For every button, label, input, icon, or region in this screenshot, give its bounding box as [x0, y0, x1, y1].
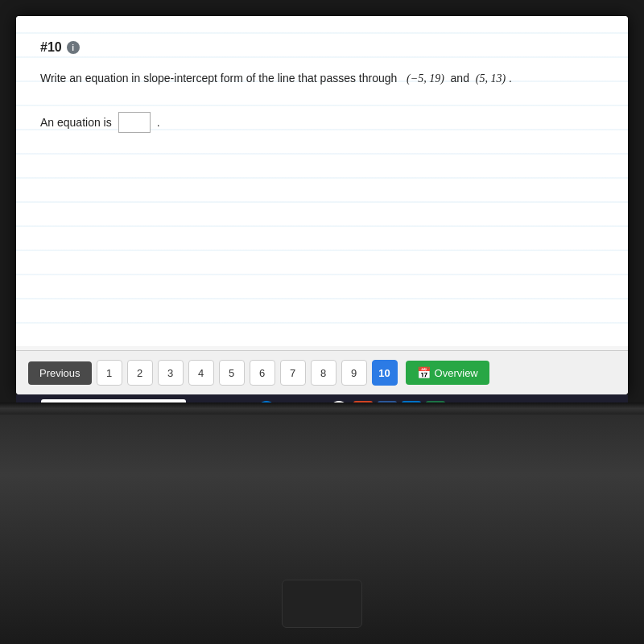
nav-btn-3[interactable]: 3	[158, 360, 184, 386]
calendar-icon: 📅	[417, 366, 431, 379]
point2: (5, 13)	[476, 72, 506, 85]
previous-button[interactable]: Previous	[28, 361, 92, 385]
overview-label: Overview	[435, 367, 478, 379]
question-header: #10 i	[40, 40, 604, 55]
laptop-screen: #10 i Write an equation in slope-interce…	[16, 16, 628, 394]
question-text: Write an equation in slope-intercept for…	[40, 69, 604, 88]
info-icon[interactable]: i	[67, 41, 80, 54]
answer-area: An equation is .	[40, 112, 604, 133]
navigation-bar: Previous 1 2 3 4 5 6 7 8 9 10 📅 Overview	[16, 350, 628, 394]
nav-btn-10[interactable]: 10	[372, 360, 398, 386]
nav-btn-5[interactable]: 5	[219, 360, 245, 386]
nav-btn-8[interactable]: 8	[311, 360, 336, 386]
content-area: #10 i Write an equation in slope-interce…	[16, 16, 628, 346]
question-number: #10	[40, 40, 62, 55]
laptop-body: Esc 🔇 F1 🔉 F2 🔊 F3 × F4 C F5 F6 ➤ F7 F8 …	[0, 402, 644, 644]
laptop-hinge	[0, 402, 644, 415]
nav-btn-1[interactable]: 1	[97, 360, 122, 386]
nav-btn-7[interactable]: 7	[280, 360, 306, 386]
overview-button[interactable]: 📅 Overview	[406, 361, 489, 385]
nav-btn-2[interactable]: 2	[127, 360, 153, 386]
answer-prompt: An equation is	[40, 116, 112, 129]
answer-input[interactable]	[118, 112, 151, 133]
touchpad[interactable]	[282, 580, 362, 628]
point1: (−5, 19)	[407, 72, 444, 85]
nav-btn-9[interactable]: 9	[341, 360, 367, 386]
nav-btn-4[interactable]: 4	[188, 360, 214, 386]
nav-btn-6[interactable]: 6	[250, 360, 275, 386]
